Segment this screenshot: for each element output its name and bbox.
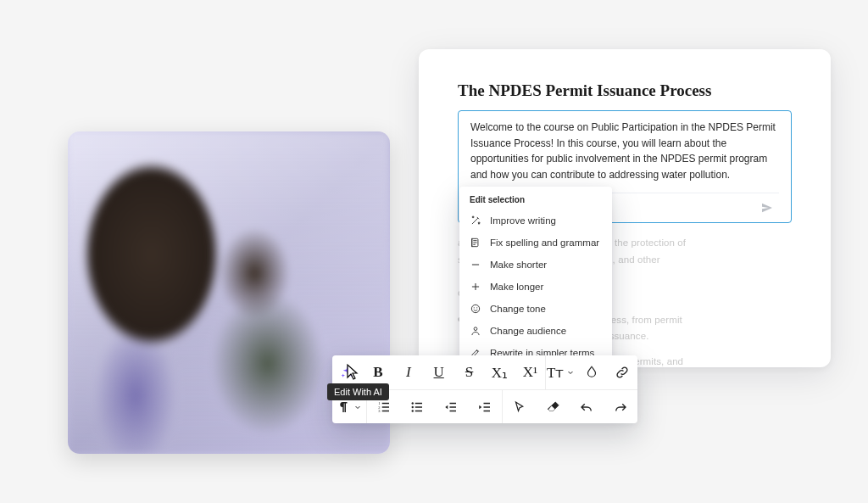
menu-item-fix-spelling-and-grammar[interactable]: Fix spelling and grammar: [459, 232, 612, 254]
document-title: The NPDES Permit Issuance Process: [458, 81, 792, 100]
spellcheck-icon: [470, 237, 481, 249]
undo-icon: [579, 400, 594, 415]
italic-button[interactable]: I: [393, 355, 424, 389]
pilcrow-icon: [336, 400, 351, 415]
drop-icon: [584, 365, 599, 380]
eraser-icon: [546, 400, 561, 415]
color-button[interactable]: [576, 355, 607, 389]
menu-item-change-tone[interactable]: Change tone: [459, 298, 612, 320]
redo-icon: [613, 400, 628, 415]
link-icon: [615, 365, 630, 380]
subscript-button[interactable]: X₁: [485, 355, 515, 389]
menu-item-label: Make shorter: [490, 260, 547, 270]
menu-item-make-shorter[interactable]: Make shorter: [459, 254, 612, 276]
menu-item-label: Improve writing: [490, 215, 556, 226]
selected-paragraph: Welcome to the course on Public Particip…: [470, 120, 779, 182]
menu-item-make-longer[interactable]: Make longer: [459, 276, 612, 298]
menu-header: Edit selection: [459, 193, 612, 210]
ol-icon: [376, 400, 392, 415]
plus-icon: [470, 281, 481, 293]
pointer-icon: [512, 400, 527, 415]
underline-button[interactable]: U: [424, 355, 454, 389]
glyph: U: [434, 364, 444, 381]
unordered-list-button[interactable]: [401, 390, 435, 423]
chevron-down-icon: [353, 402, 363, 412]
eraser-button[interactable]: [537, 390, 570, 423]
link-button[interactable]: [607, 355, 637, 389]
send-icon[interactable]: [760, 201, 774, 215]
undo-button[interactable]: [570, 390, 604, 423]
glyph: Tᴛ: [547, 364, 564, 382]
strike-button[interactable]: S: [454, 355, 485, 389]
superscript-button[interactable]: X¹: [515, 355, 545, 389]
glyph: S: [465, 364, 473, 381]
glyph: X₁: [492, 364, 508, 382]
sparkle-icon: [340, 365, 355, 380]
minus-icon: [470, 259, 481, 271]
glyph: I: [406, 364, 411, 381]
ai-suggestion-menu: Edit selection Improve writing Fix spell…: [459, 187, 612, 369]
toolbar-tooltip: Edit With AI: [327, 383, 389, 400]
person-icon: [470, 325, 481, 337]
redo-button[interactable]: [604, 390, 637, 423]
glyph: X¹: [523, 364, 537, 381]
decrease-indent-button[interactable]: [434, 390, 468, 423]
smile-icon: [470, 303, 481, 315]
menu-item-improve-writing[interactable]: Improve writing: [459, 210, 612, 232]
select-button[interactable]: [503, 390, 537, 423]
menu-item-label: Change tone: [490, 304, 546, 314]
menu-item-label: Make longer: [490, 282, 543, 292]
wand-icon: [470, 215, 481, 226]
text-style-button[interactable]: Tᴛ: [546, 355, 576, 389]
glyph: B: [373, 364, 382, 381]
menu-item-label: Fix spelling and grammar: [490, 238, 599, 248]
ul-icon: [409, 400, 425, 415]
chevron-down-icon: [565, 367, 576, 377]
indent-icon: [477, 400, 492, 415]
menu-item-label: Change audience: [490, 326, 566, 336]
outdent-icon: [443, 400, 459, 415]
increase-indent-button[interactable]: [468, 390, 502, 423]
menu-item-change-audience[interactable]: Change audience: [459, 320, 612, 342]
